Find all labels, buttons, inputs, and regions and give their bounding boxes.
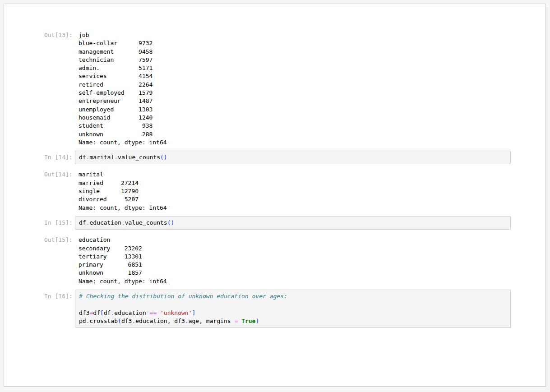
- output-area: Out[14]:marital married 27214 single 127…: [44, 171, 511, 212]
- code-cell: In [15]:df.education.value_counts(): [44, 216, 511, 230]
- code-token: margins: [206, 318, 235, 324]
- code-token: (): [160, 154, 167, 161]
- code-token: education: [114, 309, 149, 316]
- code-editor[interactable]: df.marital.value_counts(): [75, 151, 511, 164]
- code-token: age: [189, 318, 199, 324]
- code-token: df3: [121, 318, 132, 324]
- output-text: job blue-collar 9732 management 9458 tec…: [75, 31, 511, 147]
- output-prompt: Out[13]:: [44, 31, 75, 39]
- code-editor[interactable]: # Checking the distribution of unknown e…: [75, 290, 511, 328]
- code-token: education: [135, 318, 167, 324]
- input-prompt: In [14]:: [44, 151, 75, 161]
- output-area: Out[15]:education secondary 23202 tertia…: [44, 236, 511, 286]
- output-area: Out[13]:job blue-collar 9732 management …: [44, 31, 511, 147]
- notebook-page: Out[13]:job blue-collar 9732 management …: [4, 4, 546, 387]
- code-token: .: [114, 154, 118, 161]
- code-token: (): [167, 219, 175, 226]
- code-token: [238, 318, 241, 324]
- code-token: .: [121, 219, 125, 226]
- code-token: .: [185, 318, 189, 324]
- code-token: True: [241, 318, 255, 324]
- code-token: ==: [150, 309, 157, 316]
- code-token: [: [100, 309, 104, 316]
- code-token: ,: [199, 318, 206, 324]
- notebook-cell-list: Out[13]:job blue-collar 9732 management …: [4, 4, 545, 343]
- code-token: value_counts: [125, 219, 167, 226]
- output-text: education secondary 23202 tertiary 13301…: [75, 236, 511, 286]
- code-token: pd: [79, 318, 86, 324]
- code-content: # Checking the distribution of unknown e…: [79, 292, 507, 325]
- code-token: (: [118, 318, 121, 324]
- code-token: ): [255, 318, 259, 324]
- input-prompt: In [15]:: [44, 216, 75, 227]
- code-content: df.marital.value_counts(): [79, 153, 507, 161]
- code-token: value_counts: [118, 154, 160, 161]
- output-text: marital married 27214 single 12790 divor…: [75, 171, 511, 212]
- code-token: df: [79, 154, 86, 161]
- code-content: df.education.value_counts(): [79, 219, 507, 227]
- code-cell: In [14]:df.marital.value_counts(): [44, 151, 511, 164]
- code-token: ]: [192, 309, 196, 316]
- code-token: df3: [79, 309, 89, 316]
- code-token: crosstab: [89, 318, 118, 324]
- input-prompt: In [16]:: [44, 290, 75, 300]
- code-token: 'unknown': [160, 309, 192, 316]
- output-prompt: Out[14]:: [44, 171, 75, 179]
- code-cell: In [16]:# Checking the distribution of u…: [44, 290, 511, 328]
- code-token: ,: [167, 318, 175, 324]
- code-token: education: [89, 219, 121, 226]
- code-token: df: [93, 309, 100, 316]
- code-token: # Checking the distribution of unknown e…: [79, 293, 287, 300]
- code-token: marital: [89, 154, 114, 161]
- code-token: df3: [174, 318, 185, 324]
- code-editor[interactable]: df.education.value_counts(): [75, 216, 511, 230]
- output-prompt: Out[15]:: [44, 236, 75, 244]
- code-token: df: [104, 309, 111, 316]
- code-token: df: [79, 219, 86, 226]
- code-token: [157, 309, 160, 316]
